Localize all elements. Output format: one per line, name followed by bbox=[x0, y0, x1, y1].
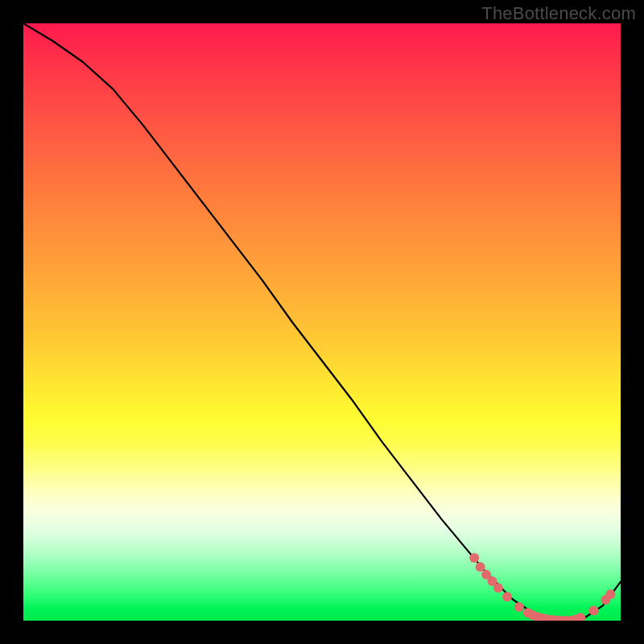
marker-point bbox=[476, 562, 485, 572]
marker-point bbox=[469, 553, 479, 563]
curve-markers bbox=[469, 553, 615, 621]
marker-point bbox=[502, 592, 512, 601]
marker-point bbox=[493, 583, 503, 592]
chart-frame: TheBottleneck.com bbox=[0, 0, 644, 644]
bottleneck-curve bbox=[23, 23, 621, 621]
plot-area bbox=[23, 23, 621, 621]
marker-point bbox=[589, 605, 599, 615]
curve-layer bbox=[23, 23, 621, 621]
marker-point bbox=[514, 602, 524, 612]
watermark-text: TheBottleneck.com bbox=[481, 3, 636, 24]
marker-point bbox=[605, 589, 615, 599]
marker-point bbox=[576, 613, 585, 621]
